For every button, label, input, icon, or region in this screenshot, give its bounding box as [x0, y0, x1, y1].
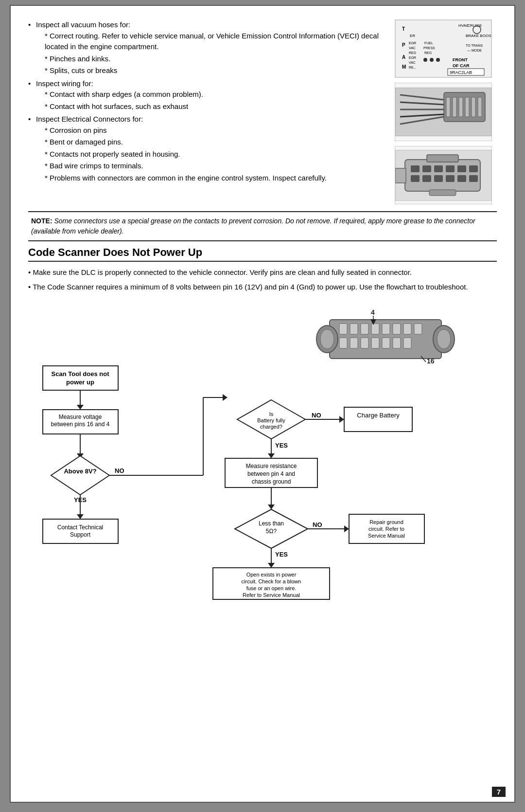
connector-housing-img	[395, 146, 492, 204]
svg-text:VAC: VAC	[409, 61, 416, 64]
svg-rect-82	[43, 366, 118, 390]
svg-point-62	[437, 329, 451, 349]
svg-text:between pin 4 and: between pin 4 and	[247, 470, 295, 477]
svg-rect-33	[465, 97, 469, 117]
svg-text:VAC: VAC	[409, 46, 416, 50]
main-list: Inspect all vacuum hoses for: Correct ro…	[28, 19, 386, 183]
svg-text:TO TRANS: TO TRANS	[466, 44, 483, 47]
svg-marker-86	[77, 405, 84, 410]
sub-item: Contacts not properly seated in housing.	[45, 149, 386, 160]
svg-text:between pins 16 and 4: between pins 16 and 4	[51, 421, 110, 428]
svg-text:FUEL: FUEL	[424, 41, 433, 45]
svg-text:4: 4	[371, 308, 375, 316]
sub-item: Contact with sharp edges (a common probl…	[45, 89, 386, 100]
svg-rect-72	[350, 338, 358, 348]
svg-rect-67	[382, 324, 390, 334]
svg-text:Battery fully: Battery fully	[257, 417, 285, 423]
svg-rect-56	[429, 190, 456, 196]
svg-text:M: M	[402, 64, 406, 70]
svg-text:Measure voltage: Measure voltage	[59, 414, 102, 420]
svg-text:Support: Support	[70, 531, 91, 538]
svg-marker-137	[268, 563, 275, 568]
svg-text:circuit. Refer to: circuit. Refer to	[368, 526, 404, 532]
page: Inspect all vacuum hoses for: Correct ro…	[10, 5, 515, 803]
svg-rect-57	[395, 168, 406, 183]
svg-text:EGR: EGR	[409, 56, 416, 59]
svg-rect-75	[382, 338, 390, 348]
sub-list-wiring: Contact with sharp edges (a common probl…	[36, 89, 386, 112]
svg-text:YES: YES	[275, 442, 288, 449]
svg-point-60	[320, 329, 334, 349]
svg-text:YES: YES	[275, 551, 288, 558]
svg-rect-43	[427, 155, 458, 162]
svg-text:9RAC2LAB: 9RAC2LAB	[450, 70, 472, 75]
top-text: Inspect all vacuum hoses for: Correct ro…	[28, 19, 386, 204]
svg-marker-130	[344, 525, 349, 532]
note-box: NOTE: Some connectors use a special grea…	[28, 211, 497, 241]
svg-text:Charge Battery: Charge Battery	[357, 412, 400, 419]
svg-text:P: P	[402, 42, 405, 48]
svg-rect-49	[469, 165, 478, 172]
svg-text:Is: Is	[269, 411, 274, 417]
svg-rect-70	[414, 324, 422, 334]
svg-rect-65	[361, 324, 368, 334]
top-section: Inspect all vacuum hoses for: Correct ro…	[28, 19, 497, 204]
svg-rect-66	[371, 324, 379, 334]
svg-text:fuse or an open wire.: fuse or an open wire.	[246, 585, 297, 591]
top-images: HVAC CRUISE T ER BRAKE BOOSTER EGR VAC R…	[395, 19, 497, 204]
svg-marker-124	[268, 505, 275, 509]
svg-text:Measure resistance: Measure resistance	[246, 463, 297, 469]
list-item-wiring: Inspect wiring for: Contact with sharp e…	[28, 78, 386, 112]
svg-rect-55	[469, 175, 478, 182]
svg-rect-53	[446, 175, 455, 182]
svg-rect-47	[446, 165, 455, 172]
svg-text:Contact Technical: Contact Technical	[57, 524, 104, 531]
list-item-connectors: Inspect Electrical Connectors for: Corro…	[28, 114, 386, 183]
sub-item: Pinches and kinks.	[45, 54, 386, 65]
svg-text:16: 16	[427, 357, 435, 365]
svg-rect-34	[472, 97, 475, 117]
svg-rect-46	[434, 165, 443, 172]
svg-text:PRESS: PRESS	[423, 46, 435, 50]
svg-rect-48	[457, 165, 466, 172]
svg-text:5Ω?: 5Ω?	[266, 528, 277, 535]
section-title: Code Scanner Does Not Power Up	[28, 246, 497, 262]
sub-item: Bent or damaged pins.	[45, 137, 386, 148]
svg-rect-35	[478, 97, 482, 117]
sub-item: Splits, cuts or breaks	[45, 65, 386, 76]
svg-text:NO: NO	[312, 412, 321, 419]
svg-rect-77	[403, 338, 411, 348]
svg-text:A: A	[402, 54, 405, 60]
svg-text:Service Manual: Service Manual	[368, 533, 405, 539]
note-text: Some connectors use a special grease on …	[31, 217, 475, 235]
svg-rect-54	[457, 175, 466, 182]
svg-rect-68	[393, 324, 401, 334]
svg-marker-92	[51, 456, 109, 495]
svg-rect-76	[393, 338, 401, 348]
svg-text:FRONT: FRONT	[453, 57, 468, 62]
svg-text:circuit. Check for a blown: circuit. Check for a blown	[242, 578, 301, 584]
svg-text:OF CAR: OF CAR	[453, 63, 470, 68]
svg-rect-63	[339, 324, 347, 334]
svg-point-17	[423, 58, 427, 62]
svg-marker-113	[339, 416, 344, 423]
svg-rect-74	[371, 338, 379, 348]
sub-list-connectors: Corrosion on pins Bent or damaged pins. …	[36, 125, 386, 184]
svg-marker-97	[77, 514, 84, 519]
list-item-vacuum: Inspect all vacuum hoses for: Correct ro…	[28, 19, 386, 76]
sub-item: Problems with connectors are common in t…	[45, 173, 386, 184]
note-label: NOTE:	[31, 217, 52, 225]
page-number: 7	[492, 787, 506, 797]
svg-point-19	[436, 58, 440, 62]
svg-text:NO: NO	[313, 521, 322, 528]
sub-item: Contact with hot surfaces, such as exhau…	[45, 101, 386, 112]
svg-rect-32	[459, 97, 463, 117]
flowchart-area: 4 16 Scan Tool does not power up	[28, 303, 497, 606]
svg-rect-51	[422, 175, 431, 182]
svg-marker-118	[268, 453, 275, 458]
svg-text:— MODE: — MODE	[467, 49, 482, 52]
svg-rect-73	[361, 338, 368, 348]
svg-text:Refer to Service Manual: Refer to Service Manual	[243, 592, 300, 598]
wiring-connector-img-1	[395, 83, 492, 141]
svg-text:ER: ER	[410, 34, 415, 38]
